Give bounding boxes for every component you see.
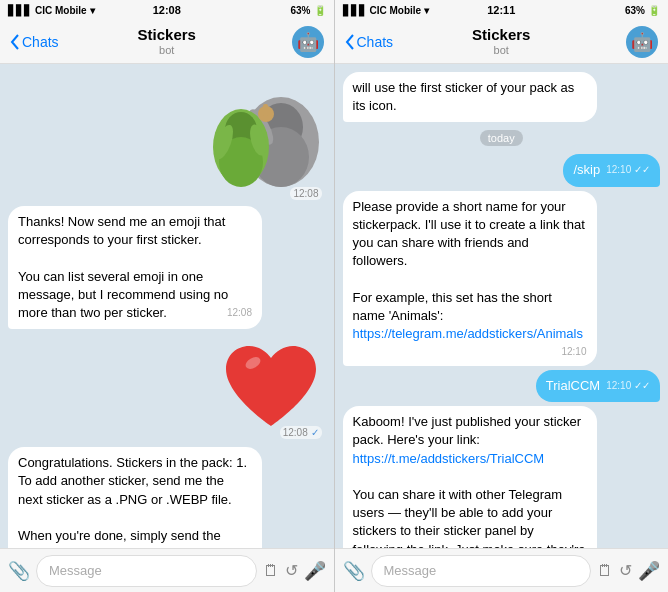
sticker-svg [186, 72, 326, 202]
message-placeholder-left: Message [49, 563, 102, 578]
back-label-right: Chats [357, 34, 394, 50]
trialccm-time: 12:10 ✓✓ [606, 379, 650, 393]
animals-link[interactable]: https://telegram.me/addstickers/Animals [353, 326, 583, 341]
kaboom-msg-row: Kaboom! I've just published your sticker… [343, 406, 661, 548]
will-use-bubble: will use the first sticker of your pack … [343, 72, 597, 122]
attach-icon-right[interactable]: 📎 [343, 560, 365, 582]
short-name-bubble: Please provide a short name for your sti… [343, 191, 597, 367]
congrats-msg-row: Congratulations. Stickers in the pack: 1… [8, 447, 326, 548]
congrats-text1: Congratulations. Stickers in the pack: 1… [18, 455, 247, 543]
sticker-btn-right[interactable]: 🗒 [597, 562, 613, 580]
signal-icon-right: ▋▋▋ [343, 5, 367, 16]
nav-bar-right: Chats Stickers bot 🤖 [335, 20, 669, 64]
signal-icon: ▋▋▋ [8, 5, 32, 16]
gif-btn-left[interactable]: ↺ [285, 561, 298, 580]
wifi-icon: ▾ [90, 5, 95, 16]
nav-title-right: Stickers [472, 26, 530, 44]
attach-icon-left[interactable]: 📎 [8, 560, 30, 582]
status-battery-left: 63% 🔋 [290, 5, 325, 16]
nav-subtitle-right: bot [472, 44, 530, 57]
trialccm-link[interactable]: https://t.me/addstickers/TrialCCM [353, 451, 545, 466]
back-label-left: Chats [22, 34, 59, 50]
battery-icon: 🔋 [314, 5, 326, 16]
skip-time: 12:10 ✓✓ [606, 163, 650, 177]
heart-sticker-row: 12:08 ✓ [8, 333, 326, 443]
heart-time: 12:08 ✓ [280, 426, 322, 439]
message-input-left[interactable]: Message [36, 555, 257, 587]
message-input-right[interactable]: Message [371, 555, 592, 587]
avatar-right: 🤖 [626, 26, 658, 58]
heart-svg [221, 341, 321, 436]
status-bar-left: ▋▋▋ CIC Mobile ▾ 12:08 63% 🔋 [0, 0, 334, 20]
message-placeholder-right: Message [384, 563, 437, 578]
sticker-sent: 12:08 [8, 72, 326, 202]
short-name-text: Please provide a short name for your sti… [353, 199, 585, 323]
right-panel: ▋▋▋ CIC Mobile ▾ 12:11 63% 🔋 Chats Stick… [335, 0, 669, 592]
back-button-left[interactable]: Chats [10, 34, 59, 50]
skip-bubble: /skip 12:10 ✓✓ [563, 154, 660, 186]
mic-btn-right[interactable]: 🎤 [638, 560, 660, 582]
nav-title-block-right: Stickers bot [472, 26, 530, 57]
gif-btn-right[interactable]: ↺ [619, 561, 632, 580]
will-use-text: will use the first sticker of your pack … [353, 80, 575, 113]
nav-subtitle-left: bot [138, 44, 196, 57]
status-bar-right: ▋▋▋ CIC Mobile ▾ 12:11 63% 🔋 [335, 0, 669, 20]
kaboom-text2: You can share it with other Telegram use… [353, 487, 586, 548]
mic-btn-left[interactable]: 🎤 [304, 560, 326, 582]
skip-text: /skip [573, 162, 600, 177]
nav-title-block-left: Stickers bot [138, 26, 196, 57]
will-use-msg-row: will use the first sticker of your pack … [343, 72, 661, 122]
thanks-msg-row: Thanks! Now send me an emoji that corres… [8, 206, 326, 329]
kaboom-text1: Kaboom! I've just published your sticker… [353, 414, 582, 447]
trialccm-text: TrialCCM [546, 378, 600, 393]
kaboom-bubble: Kaboom! I've just published your sticker… [343, 406, 597, 548]
publish-link[interactable]: /publish [18, 546, 63, 548]
heart-sticker-container: 12:08 ✓ [216, 333, 326, 443]
chat-area-left: 12:08 Thanks! Now send me an emoji that … [0, 64, 334, 548]
sticker-btn-left[interactable]: 🗒 [263, 562, 279, 580]
trialccm-row: TrialCCM 12:10 ✓✓ [343, 370, 661, 402]
nav-bar-left: Chats Stickers bot 🤖 [0, 20, 334, 64]
thanks-bubble: Thanks! Now send me an emoji that corres… [8, 206, 262, 329]
thanks-text: Thanks! Now send me an emoji that corres… [18, 214, 228, 320]
svg-rect-10 [263, 104, 268, 116]
sticker-time: 12:08 [290, 187, 321, 200]
status-battery-right: 63% 🔋 [625, 5, 660, 16]
input-bar-left: 📎 Message 🗒 ↺ 🎤 [0, 548, 334, 592]
skip-cmd-row: /skip 12:10 ✓✓ [343, 154, 661, 186]
date-badge-row: today [343, 126, 661, 150]
short-name-time: 12:10 [561, 345, 586, 359]
status-carrier-right: ▋▋▋ CIC Mobile ▾ [343, 5, 430, 16]
thanks-time: 12:08 [227, 306, 252, 320]
battery-icon-right: 🔋 [648, 5, 660, 16]
wifi-icon-right: ▾ [424, 5, 429, 16]
sticker-image-container: 12:08 [186, 72, 326, 202]
back-button-right[interactable]: Chats [345, 34, 394, 50]
congrats-time: 12:08 [227, 547, 252, 548]
today-badge: today [480, 130, 523, 146]
status-carrier-left: ▋▋▋ CIC Mobile ▾ [8, 5, 95, 16]
nav-title-left: Stickers [138, 26, 196, 44]
congrats-text3: command. [63, 546, 127, 548]
input-bar-right: 📎 Message 🗒 ↺ 🎤 [335, 548, 669, 592]
trialccm-bubble: TrialCCM 12:10 ✓✓ [536, 370, 660, 402]
avatar-left: 🤖 [292, 26, 324, 58]
short-name-msg-row: Please provide a short name for your sti… [343, 191, 661, 367]
chat-area-right: will use the first sticker of your pack … [335, 64, 669, 548]
left-panel: ▋▋▋ CIC Mobile ▾ 12:08 63% 🔋 Chats Stick… [0, 0, 334, 592]
congrats-bubble: Congratulations. Stickers in the pack: 1… [8, 447, 262, 548]
